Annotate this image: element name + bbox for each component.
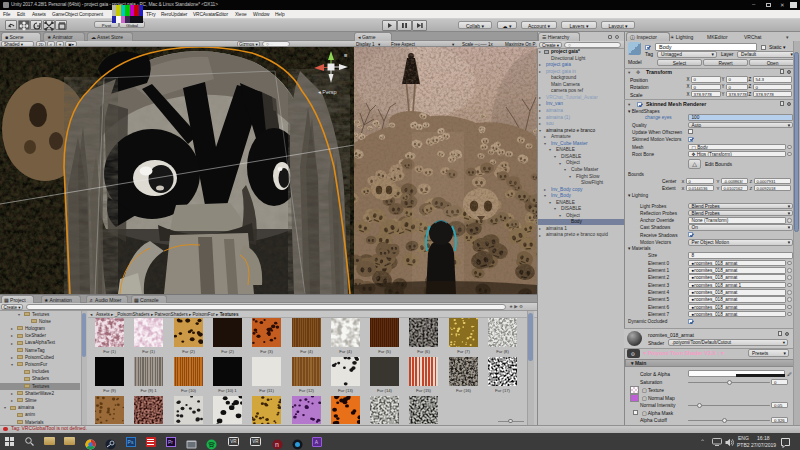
svg-text:◂ Persp: ◂ Persp bbox=[318, 89, 337, 95]
svg-text:■: ■ bbox=[344, 52, 348, 58]
svg-text:n: n bbox=[275, 441, 279, 448]
